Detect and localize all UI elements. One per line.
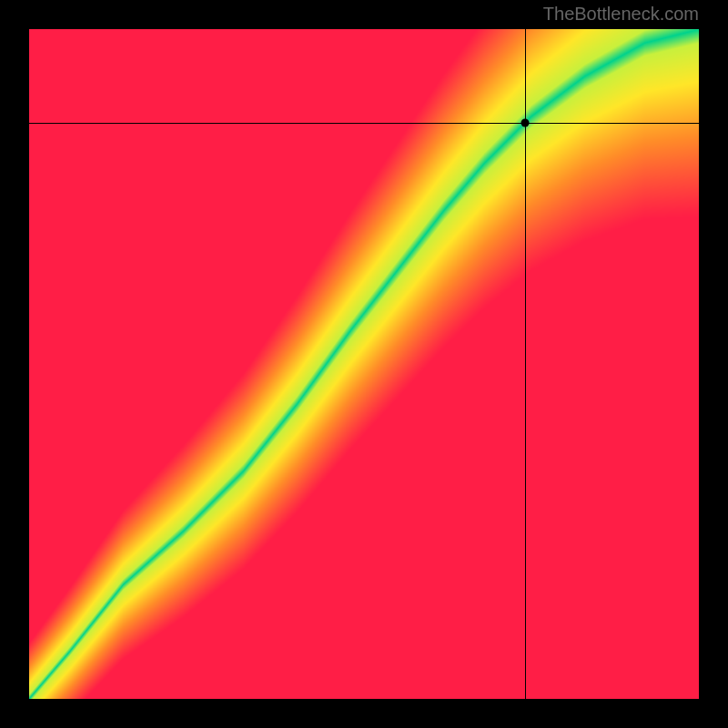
intersection-marker <box>521 119 529 127</box>
watermark-text: TheBottleneck.com <box>543 4 699 25</box>
heatmap-chart <box>29 29 699 699</box>
crosshair-horizontal <box>29 123 699 124</box>
heatmap-canvas <box>29 29 699 699</box>
crosshair-vertical <box>525 29 526 699</box>
chart-container: TheBottleneck.com <box>0 0 728 728</box>
